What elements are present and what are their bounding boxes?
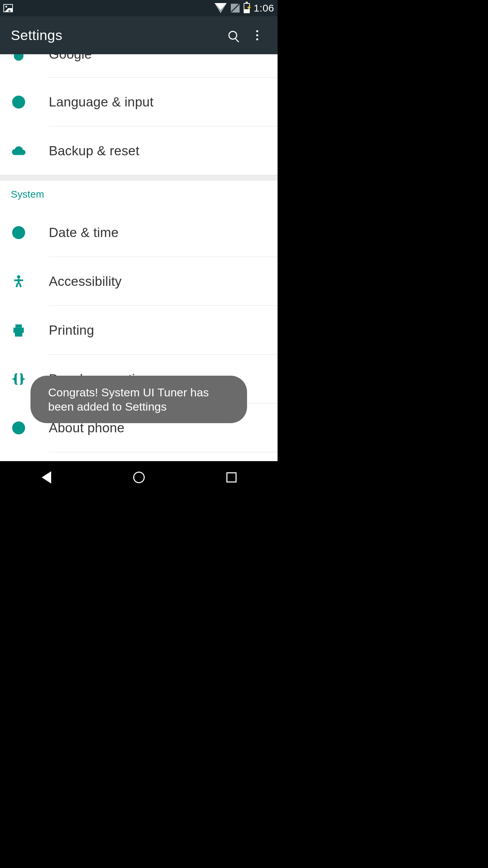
row-accessibility[interactable]: Accessibility	[0, 257, 278, 305]
row-label: Google	[49, 54, 92, 62]
svg-rect-10	[14, 279, 23, 281]
back-icon	[42, 471, 51, 484]
svg-point-0	[15, 54, 23, 60]
svg-rect-13	[15, 324, 22, 328]
no-sim-icon	[231, 4, 240, 13]
row-label: Printing	[49, 323, 94, 338]
clock-icon	[12, 225, 26, 240]
divider	[49, 452, 278, 452]
nav-home-button[interactable]	[129, 467, 149, 488]
recent-apps-icon	[226, 472, 237, 482]
svg-point-17	[18, 424, 20, 426]
app-bar: Settings	[0, 16, 278, 54]
search-icon	[228, 31, 237, 40]
more-options-button[interactable]	[245, 23, 269, 47]
wifi-icon	[215, 3, 227, 13]
svg-rect-11	[16, 283, 18, 287]
row-printing[interactable]: Printing	[0, 306, 278, 354]
row-backup-reset[interactable]: Backup & reset	[0, 126, 278, 175]
status-bar: ⚡ 1:06	[0, 0, 278, 16]
globe-icon	[12, 95, 26, 109]
page-title: Settings	[11, 27, 221, 43]
svg-rect-12	[19, 283, 22, 287]
section-divider	[0, 175, 278, 180]
navigation-bar	[0, 461, 278, 494]
row-label: Accessibility	[49, 274, 122, 289]
battery-charging-icon: ⚡	[244, 3, 250, 13]
braces-icon	[12, 372, 26, 386]
more-vertical-icon	[256, 30, 258, 40]
home-icon	[133, 472, 145, 483]
accessibility-icon	[12, 274, 26, 289]
section-header-system: System	[0, 180, 278, 208]
printer-icon	[12, 323, 26, 337]
nav-back-button[interactable]	[36, 467, 57, 488]
row-label: Backup & reset	[49, 143, 139, 158]
row-language-input[interactable]: Language & input	[0, 78, 278, 126]
row-label: Language & input	[49, 95, 154, 110]
google-icon	[12, 54, 26, 61]
cloud-upload-icon	[12, 144, 26, 158]
row-label: Date & time	[49, 225, 119, 240]
row-google[interactable]: Google	[0, 54, 278, 77]
status-clock: 1:06	[254, 2, 274, 14]
nav-recent-button[interactable]	[221, 467, 242, 488]
screenshot-notification-icon	[3, 4, 13, 12]
row-date-time[interactable]: Date & time	[0, 208, 278, 257]
svg-rect-18	[18, 427, 20, 431]
svg-point-8	[17, 275, 20, 278]
svg-rect-15	[15, 331, 22, 336]
info-icon	[12, 421, 26, 435]
toast-message: Congrats! System UI Tuner has been added…	[30, 376, 247, 423]
search-button[interactable]	[221, 23, 245, 47]
